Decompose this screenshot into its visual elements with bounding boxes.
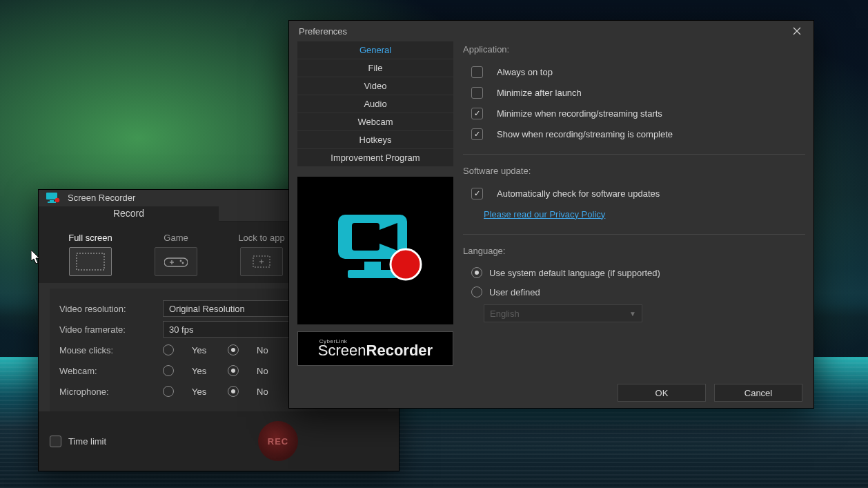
minimize-after-launch-label: Minimize after launch xyxy=(497,88,582,98)
svg-point-8 xyxy=(182,262,184,264)
divider xyxy=(463,154,805,155)
preferences-titlebar[interactable]: Preferences xyxy=(289,21,813,41)
mode-btn-lock[interactable] xyxy=(240,247,283,276)
auto-check-updates-checkbox[interactable] xyxy=(471,188,483,199)
language-system-radio[interactable] xyxy=(471,267,482,278)
mouse-clicks-label: Mouse clicks: xyxy=(59,345,163,355)
show-when-complete-checkbox[interactable] xyxy=(471,128,483,140)
mode-label-fullscreen: Full screen xyxy=(68,233,112,243)
mouse-clicks-yes-radio[interactable] xyxy=(163,344,174,355)
yes-label: Yes xyxy=(192,387,210,397)
video-resolution-label: Video resolution: xyxy=(59,304,163,314)
video-framerate-value: 30 fps xyxy=(169,324,193,335)
sidebar-brand: CyberLink ScreenRecorder xyxy=(297,331,453,366)
yes-label: Yes xyxy=(192,345,210,355)
always-on-top-label: Always on top xyxy=(497,67,553,77)
preferences-sidebar: General File Video Audio Webcam Hotkeys … xyxy=(297,41,453,378)
sidebar-item-audio[interactable]: Audio xyxy=(297,95,453,113)
language-userdef-label: User defined xyxy=(489,287,540,297)
always-on-top-checkbox[interactable] xyxy=(471,66,483,78)
language-select[interactable]: English ▼ xyxy=(484,304,642,322)
sidebar-logo xyxy=(297,177,453,324)
mode-label-game: Game xyxy=(164,233,188,243)
mode-btn-game[interactable] xyxy=(155,247,197,276)
webcam-yes-radio[interactable] xyxy=(163,365,174,376)
svg-rect-4 xyxy=(77,253,104,270)
microphone-yes-radio[interactable] xyxy=(163,386,174,397)
minimize-after-launch-checkbox[interactable] xyxy=(471,87,483,99)
microphone-label: Microphone: xyxy=(59,387,163,397)
close-icon xyxy=(793,27,801,35)
sidebar-item-improvement[interactable]: Improvement Program xyxy=(297,149,453,167)
svg-rect-16 xyxy=(352,223,379,251)
language-system-label: Use system default language (if supporte… xyxy=(489,268,660,278)
language-userdef-radio[interactable] xyxy=(471,286,482,297)
minimize-when-recording-checkbox[interactable] xyxy=(471,108,483,119)
no-label: No xyxy=(257,345,275,355)
mode-label-lock: Lock to app xyxy=(238,233,284,243)
brand-screen-text: Screen xyxy=(318,342,366,359)
auto-check-updates-label: Automatically check for software updates xyxy=(497,188,660,199)
svg-rect-19 xyxy=(348,270,397,278)
sidebar-item-video[interactable]: Video xyxy=(297,77,453,95)
software-update-section-title: Software update: xyxy=(463,166,805,176)
webcam-label: Webcam: xyxy=(59,366,163,376)
show-when-complete-label: Show when recording/streaming is complet… xyxy=(497,129,673,139)
svg-rect-2 xyxy=(48,202,56,203)
no-label: No xyxy=(257,366,275,376)
time-limit-checkbox[interactable] xyxy=(50,436,61,447)
mouse-clicks-no-radio[interactable] xyxy=(228,344,239,355)
microphone-no-radio[interactable] xyxy=(228,386,239,397)
desktop-background: Screen Recorder Record Stream Full scree… xyxy=(0,0,868,488)
preferences-title: Preferences xyxy=(299,26,347,37)
no-label: No xyxy=(257,387,275,397)
rec-label: REC xyxy=(268,436,288,447)
svg-point-3 xyxy=(55,198,60,203)
brand-recorder-text: Recorder xyxy=(366,342,433,359)
chevron-down-icon: ▼ xyxy=(629,310,636,318)
sidebar-item-hotkeys[interactable]: Hotkeys xyxy=(297,131,453,149)
divider xyxy=(463,234,805,235)
mode-btn-fullscreen[interactable] xyxy=(69,247,112,276)
privacy-policy-link[interactable]: Please read our Privacy Policy xyxy=(484,209,605,219)
application-section-title: Application: xyxy=(463,44,805,55)
cancel-button[interactable]: Cancel xyxy=(714,384,802,402)
recorder-title: Screen Recorder xyxy=(68,193,135,203)
language-section-title: Language: xyxy=(463,246,805,256)
sidebar-item-file[interactable]: File xyxy=(297,59,453,77)
time-limit-label: Time limit xyxy=(68,436,106,447)
video-resolution-value: Original Resolution xyxy=(169,304,245,314)
recorder-bottom-row: Time limit REC xyxy=(39,411,399,471)
preferences-window: Preferences General File Video Audio Web… xyxy=(288,20,814,409)
app-icon xyxy=(46,192,61,204)
yes-label: Yes xyxy=(192,366,210,376)
language-select-value: English xyxy=(490,309,520,319)
minimize-when-recording-label: Minimize when recording/streaming starts xyxy=(497,108,662,119)
svg-point-7 xyxy=(180,260,182,262)
tab-record[interactable]: Record xyxy=(39,206,219,222)
preferences-footer: OK Cancel xyxy=(289,378,813,408)
sidebar-item-general[interactable]: General xyxy=(297,41,453,59)
preferences-content: Application: Always on top Minimize afte… xyxy=(463,41,805,378)
close-button[interactable] xyxy=(787,24,807,38)
webcam-no-radio[interactable] xyxy=(228,365,239,376)
video-framerate-label: Video framerate: xyxy=(59,324,163,335)
sidebar-item-webcam[interactable]: Webcam xyxy=(297,113,453,131)
svg-rect-0 xyxy=(46,193,57,199)
svg-rect-1 xyxy=(50,200,54,202)
svg-rect-18 xyxy=(364,262,381,270)
record-button[interactable]: REC xyxy=(258,421,298,461)
ok-button[interactable]: OK xyxy=(618,384,706,402)
